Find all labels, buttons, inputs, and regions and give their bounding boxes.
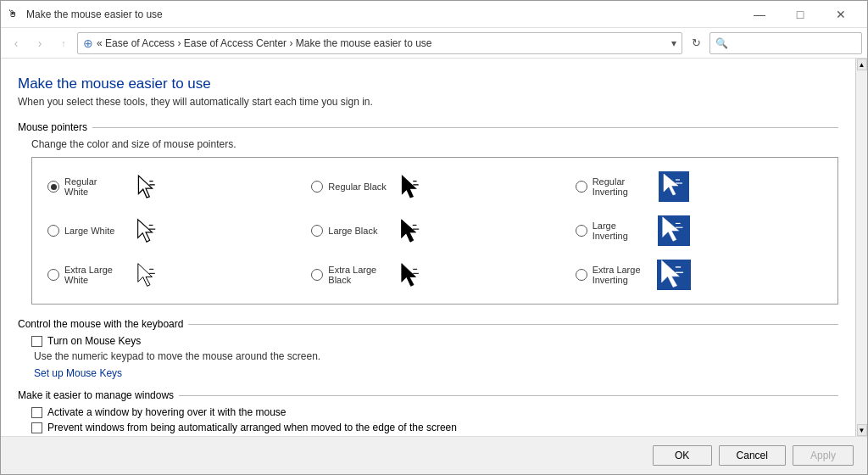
page-subtitle: When you select these tools, they will a… (18, 96, 838, 108)
keyboard-section-label: Control the mouse with the keyboard (18, 318, 183, 330)
scrollbar[interactable]: ▲ ▼ (855, 59, 867, 436)
content-wrapper: Make the mouse easier to use When you se… (1, 59, 867, 436)
window: 🖱 Make the mouse easier to use — □ ✕ ‹ ›… (0, 0, 868, 475)
window-controls: — □ ✕ (740, 1, 860, 28)
globe-icon: ⊕ (83, 36, 93, 50)
pointer-cell-extra-large-inverting[interactable]: Extra LargeInverting (569, 254, 829, 295)
window-title: Make the mouse easier to use (26, 8, 735, 20)
setup-mouse-keys-link[interactable]: Set up Mouse Keys (34, 367, 122, 379)
title-bar: 🖱 Make the mouse easier to use — □ ✕ (1, 1, 867, 28)
minimize-button[interactable]: — (740, 1, 779, 28)
pointer-cell-large-white[interactable]: Large White (41, 210, 301, 251)
address-path: « Ease of Access › Ease of Access Center… (97, 37, 668, 49)
pointer-cell-regular-inverting[interactable]: RegularInverting (569, 166, 829, 207)
search-bar[interactable]: 🔍 (709, 32, 862, 54)
bottom-bar: OK Cancel Apply (1, 436, 867, 474)
hover-window-row: Activate a window by hovering over it wi… (31, 406, 838, 418)
radio-extra-large-white[interactable] (47, 269, 59, 281)
maximize-button[interactable]: □ (781, 1, 820, 28)
label-large-white: Large White (64, 226, 124, 236)
label-regular-black: Regular Black (328, 182, 387, 192)
prevent-arrange-checkbox[interactable] (31, 422, 42, 433)
scroll-down-arrow[interactable]: ▼ (857, 424, 867, 436)
radio-large-white[interactable] (47, 225, 59, 237)
window-icon: 🖱 (8, 8, 21, 21)
svg-marker-20 (138, 264, 153, 287)
ok-button[interactable]: OK (653, 445, 712, 466)
up-button[interactable]: ↑ (53, 33, 74, 53)
mouse-keys-label: Turn on Mouse Keys (47, 335, 141, 347)
manage-windows-header: Make it easier to manage windows (18, 389, 838, 401)
icon-large-white (129, 215, 163, 246)
pointer-cell-extra-large-black[interactable]: Extra LargeBlack (304, 254, 565, 295)
keyboard-section-header: Control the mouse with the keyboard (18, 318, 838, 330)
radio-extra-large-black[interactable] (311, 269, 323, 281)
pointer-cell-regular-black[interactable]: Regular Black (304, 166, 565, 207)
svg-marker-3 (403, 176, 416, 198)
address-dropdown-icon[interactable]: ▾ (671, 37, 676, 49)
divider-line-1 (92, 127, 838, 128)
icon-large-black (392, 215, 426, 246)
apply-button[interactable]: Apply (793, 445, 854, 466)
svg-marker-13 (402, 220, 416, 242)
manage-windows-label: Make it easier to manage windows (18, 389, 174, 401)
divider-line-3 (179, 395, 838, 396)
prevent-arrange-row: Prevent windows from being automatically… (31, 422, 838, 433)
radio-regular-black[interactable] (311, 181, 323, 193)
hover-window-label: Activate a window by hovering over it wi… (47, 406, 286, 418)
address-bar[interactable]: ⊕ « Ease of Access › Ease of Access Cent… (77, 32, 682, 54)
page-title: Make the mouse easier to use (18, 75, 838, 92)
svg-marker-0 (138, 176, 152, 198)
label-extra-large-white: Extra LargeWhite (64, 265, 124, 285)
svg-marker-10 (138, 220, 153, 242)
label-extra-large-inverting: Extra LargeInverting (593, 265, 652, 285)
mouse-pointers-label: Mouse pointers (18, 121, 87, 133)
label-regular-inverting: RegularInverting (593, 176, 652, 197)
label-large-inverting: LargeInverting (593, 221, 652, 241)
refresh-button[interactable]: ↻ (686, 33, 706, 53)
label-large-black: Large Black (328, 226, 387, 236)
scroll-up-arrow[interactable]: ▲ (857, 59, 867, 70)
pointer-cell-large-inverting[interactable]: LargeInverting (569, 210, 829, 251)
icon-regular-white (129, 171, 163, 202)
icon-extra-large-inverting (657, 260, 691, 290)
mouse-keys-helper: Use the numeric keypad to move the mouse… (34, 350, 838, 362)
pointer-cell-regular-white[interactable]: RegularWhite (41, 166, 301, 207)
close-button[interactable]: ✕ (821, 1, 860, 28)
icon-regular-inverting (657, 171, 691, 202)
icon-regular-black (392, 171, 426, 202)
main-content: Make the mouse easier to use When you se… (1, 59, 855, 436)
mouse-keys-checkbox[interactable] (31, 336, 42, 347)
svg-rect-6 (659, 171, 689, 202)
pointer-cell-extra-large-white[interactable]: Extra LargeWhite (41, 254, 301, 295)
icon-extra-large-black (392, 260, 426, 290)
nav-bar: ‹ › ↑ ⊕ « Ease of Access › Ease of Acces… (1, 28, 867, 59)
hover-window-checkbox[interactable] (31, 407, 42, 418)
divider-line-2 (188, 324, 838, 325)
cancel-button[interactable]: Cancel (719, 445, 786, 466)
radio-regular-white[interactable] (47, 181, 59, 193)
label-extra-large-black: Extra LargeBlack (328, 265, 387, 285)
forward-button[interactable]: › (30, 33, 50, 53)
prevent-arrange-label: Prevent windows from being automatically… (47, 422, 457, 433)
radio-large-black[interactable] (311, 225, 323, 237)
svg-marker-23 (402, 264, 416, 287)
pointer-cell-large-black[interactable]: Large Black (304, 210, 565, 251)
back-button[interactable]: ‹ (6, 33, 26, 53)
icon-large-inverting (657, 215, 691, 246)
radio-large-inverting[interactable] (576, 225, 587, 237)
radio-extra-large-inverting[interactable] (576, 269, 587, 281)
icon-extra-large-white (129, 260, 163, 290)
pointer-grid: RegularWhite Regular Black (41, 166, 829, 295)
mouse-keys-row: Turn on Mouse Keys (31, 335, 838, 347)
mouse-pointers-section-header: Mouse pointers (18, 121, 838, 133)
change-color-text: Change the color and size of mouse point… (31, 138, 838, 150)
radio-regular-inverting[interactable] (576, 181, 587, 193)
search-icon: 🔍 (715, 37, 728, 49)
label-regular-white: RegularWhite (64, 176, 124, 197)
pointer-options-box: RegularWhite Regular Black (31, 157, 838, 305)
